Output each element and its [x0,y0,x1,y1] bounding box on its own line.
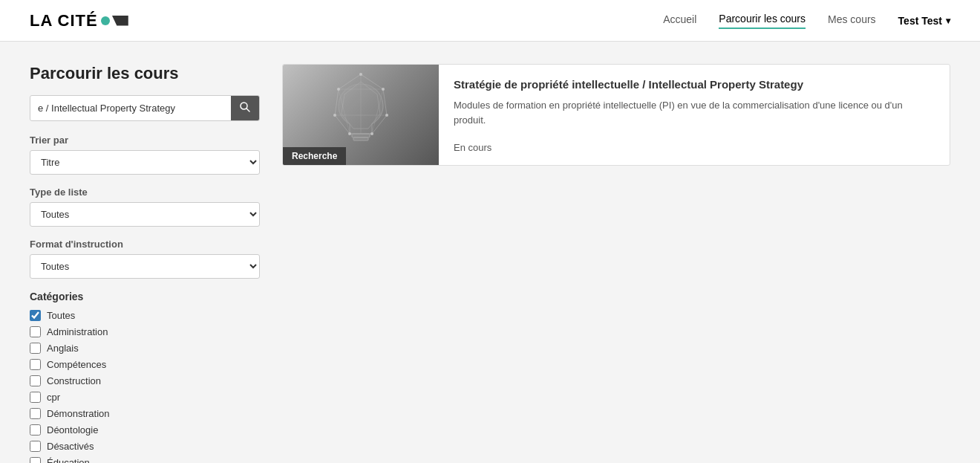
checkbox-cat-construction[interactable] [30,375,41,386]
svg-point-16 [348,132,351,135]
label-cat-deontologie[interactable]: Déontologie [47,424,98,436]
bulb-icon [324,71,398,160]
type-liste-select[interactable]: Toutes [30,202,260,227]
svg-point-11 [359,73,362,76]
svg-point-12 [337,88,340,91]
category-item-cat-education: Éducation [30,457,260,463]
format-instruction-label: Format d'instruction [30,239,260,250]
checkbox-cat-cpr[interactable] [30,392,41,403]
label-cat-admin[interactable]: Administration [47,326,108,337]
svg-point-15 [385,114,388,117]
svg-rect-10 [353,137,368,140]
checkbox-cat-toutes[interactable] [30,310,41,321]
label-cat-education[interactable]: Éducation [47,457,90,463]
trier-par-select[interactable]: Titre [30,150,260,175]
label-cat-toutes[interactable]: Toutes [47,310,75,321]
category-item-cat-competences: Compétences [30,359,260,370]
course-description: Modules de formation en propriété intell… [454,98,935,127]
label-cat-cpr[interactable]: cpr [47,392,60,403]
checkbox-cat-education[interactable] [30,457,41,463]
category-item-cat-anglais: Anglais [30,343,260,354]
main-layout: Parcourir les cours Trier par Titre Type… [0,42,980,463]
main-nav: Accueil Parcourir les cours Mes cours Te… [663,13,950,29]
search-box [30,95,260,121]
label-cat-demo[interactable]: Démonstration [47,408,110,419]
category-item-cat-desactives: Désactivés [30,441,260,452]
svg-rect-9 [352,134,370,137]
search-button[interactable] [231,96,259,120]
checkbox-cat-admin[interactable] [30,326,41,337]
logo-text: LA CITÉ [30,11,98,30]
search-input[interactable] [30,97,231,120]
type-liste-label: Type de liste [30,187,260,198]
label-cat-desactives[interactable]: Désactivés [47,441,94,452]
label-cat-construction[interactable]: Construction [47,375,101,386]
sidebar: Parcourir les cours Trier par Titre Type… [30,64,260,463]
filter-type-liste: Type de liste Toutes [30,187,260,227]
category-item-cat-deontologie: Déontologie [30,424,260,436]
format-instruction-select[interactable]: Toutes [30,254,260,279]
checkbox-cat-demo[interactable] [30,408,41,419]
filter-format-instruction: Format d'instruction Toutes [30,239,260,279]
filter-trier-par: Trier par Titre [30,135,260,175]
checkbox-cat-competences[interactable] [30,359,41,370]
checkbox-cat-desactives[interactable] [30,441,41,452]
content-area: Recherche Stratégie de propriété intelle… [282,64,950,463]
search-icon [240,102,250,112]
course-info: Stratégie de propriété intellectuelle / … [439,65,950,165]
course-image: Recherche [283,65,439,165]
checkbox-cat-anglais[interactable] [30,343,41,354]
svg-point-14 [333,114,336,117]
categories-list: ToutesAdministrationAnglaisCompétencesCo… [30,310,260,463]
logo: LA CITÉ [30,11,128,30]
logo-dark-shape [112,16,128,26]
nav-mes-cours[interactable]: Mes cours [828,13,876,28]
svg-line-1 [246,109,249,111]
category-item-cat-cpr: cpr [30,392,260,403]
categories-section: Catégories ToutesAdministrationAnglaisCo… [30,291,260,463]
nav-accueil[interactable]: Accueil [663,13,696,28]
label-cat-anglais[interactable]: Anglais [47,343,79,354]
logo-icon [101,16,128,26]
category-item-cat-construction: Construction [30,375,260,386]
logo-green-dot [101,16,110,25]
course-title: Stratégie de propriété intellectuelle / … [454,77,935,92]
categories-label: Catégories [30,291,260,302]
course-status: En cours [454,142,935,153]
nav-user-menu[interactable]: Test Test [898,15,950,27]
svg-point-17 [370,132,373,135]
trier-par-label: Trier par [30,135,260,146]
checkbox-cat-deontologie[interactable] [30,424,41,436]
category-item-cat-admin: Administration [30,326,260,337]
label-cat-competences[interactable]: Compétences [47,359,106,370]
course-tag: Recherche [283,147,346,165]
category-item-cat-demo: Démonstration [30,408,260,419]
nav-parcourir[interactable]: Parcourir les cours [719,13,806,29]
header: LA CITÉ Accueil Parcourir les cours Mes … [0,0,980,42]
svg-point-13 [382,88,385,91]
category-item-cat-toutes: Toutes [30,310,260,321]
page-title: Parcourir les cours [30,64,260,83]
course-card[interactable]: Recherche Stratégie de propriété intelle… [282,64,950,166]
